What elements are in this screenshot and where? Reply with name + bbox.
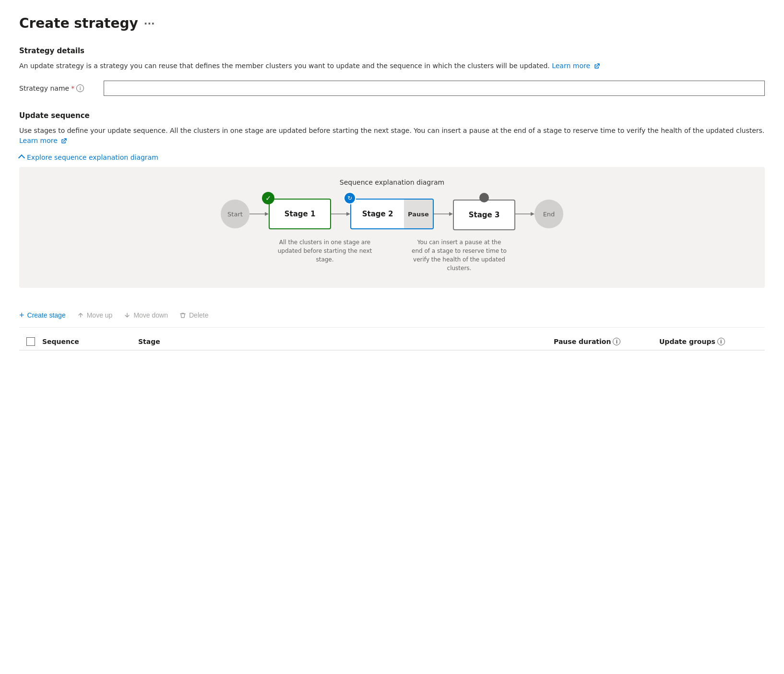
stage-3-status-icon [479, 193, 489, 202]
strategy-details-title: Strategy details [19, 47, 765, 55]
strategy-details-learn-more[interactable]: Learn more [552, 62, 599, 70]
stage-2-pause-group: Stage 2 Pause [350, 199, 434, 229]
page-title: Create strategy [19, 15, 138, 31]
diagram-annotations: All the clusters in one stage are update… [35, 238, 749, 272]
update-sequence-description: Use stages to define your update sequenc… [19, 126, 765, 146]
diagram-flow: Start ✓ Stage 1 ↻ [35, 198, 749, 230]
strategy-name-label: Strategy name * i [19, 84, 96, 92]
move-down-button[interactable]: Move down [124, 309, 168, 321]
sequence-diagram-container: Sequence explanation diagram Start ✓ Sta… [19, 167, 765, 288]
select-all-checkbox[interactable] [26, 337, 35, 346]
strategy-name-info-icon[interactable]: i [76, 84, 84, 92]
svg-marker-1 [265, 212, 269, 216]
arrow-up-icon [77, 312, 84, 319]
stage-3-box: Stage 3 [453, 200, 515, 230]
table-header-pause-duration: Pause duration i [554, 337, 659, 346]
annotation-2: You can insert a pause at the end of a s… [411, 238, 507, 272]
delete-button[interactable]: Delete [179, 309, 208, 321]
more-options-button[interactable]: ··· [144, 18, 155, 29]
create-stage-button[interactable]: + Create stage [19, 309, 66, 321]
svg-marker-3 [346, 212, 350, 216]
stage-1-wrapper: ✓ Stage 1 [269, 199, 331, 229]
strategy-name-row: Strategy name * i [19, 81, 765, 96]
update-sequence-learn-more[interactable]: Learn more [19, 137, 67, 144]
stage-2-wrapper: ↻ Stage 2 Pause [350, 199, 434, 229]
stage-2-status-icon: ↻ [344, 192, 356, 204]
arrow-2 [331, 209, 350, 219]
stage-3-wrapper: Stage 3 [453, 198, 515, 230]
arrow-1 [249, 209, 269, 219]
explore-diagram-link[interactable]: Explore sequence explanation diagram [19, 154, 765, 161]
stage-2-box: Stage 2 [351, 200, 404, 228]
table-header-checkbox-cell [19, 337, 42, 346]
diagram-title: Sequence explanation diagram [35, 178, 749, 186]
end-node: End [535, 200, 563, 228]
stage-1-status-icon: ✓ [262, 192, 274, 204]
pause-duration-info-icon[interactable]: i [613, 338, 620, 345]
move-up-button[interactable]: Move up [77, 309, 113, 321]
table-header: Sequence Stage Pause duration i Update g… [19, 331, 765, 351]
svg-marker-7 [531, 212, 535, 216]
table-header-update-groups: Update groups i [659, 337, 765, 346]
update-sequence-title: Update sequence [19, 111, 765, 120]
required-indicator: * [71, 84, 74, 92]
plus-icon: + [19, 311, 24, 319]
arrow-3 [434, 209, 453, 219]
stage-1-box: Stage 1 [269, 199, 331, 229]
update-groups-info-icon[interactable]: i [717, 338, 725, 345]
external-link-icon-2 [61, 138, 67, 144]
table-header-stage: Stage [138, 337, 554, 346]
svg-marker-5 [449, 212, 453, 216]
trash-icon [179, 312, 186, 319]
table-header-sequence: Sequence [42, 337, 138, 346]
start-node: Start [221, 200, 249, 228]
strategy-details-section: Strategy details An update strategy is a… [19, 47, 765, 96]
strategy-details-description: An update strategy is a strategy you can… [19, 61, 765, 71]
page-title-container: Create strategy ··· [19, 15, 765, 31]
strategy-name-input[interactable] [104, 81, 765, 96]
annotation-1: All the clusters in one stage are update… [277, 238, 373, 272]
arrow-4 [515, 209, 535, 219]
chevron-up-icon [18, 154, 25, 161]
update-sequence-section: Update sequence Use stages to define you… [19, 111, 765, 288]
arrow-down-icon [124, 312, 131, 319]
pause-badge: Pause [404, 200, 433, 228]
toolbar: + Create stage Move up Move down Delete [19, 303, 765, 328]
external-link-icon [594, 63, 600, 69]
